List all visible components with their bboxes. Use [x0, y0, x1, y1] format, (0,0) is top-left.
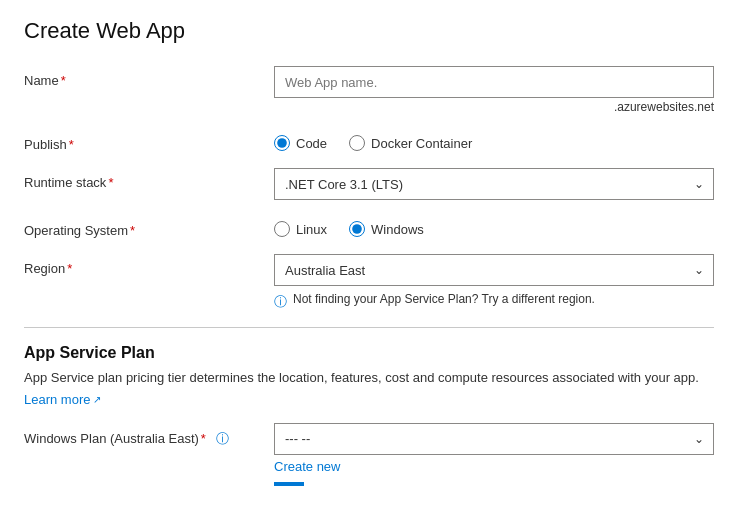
os-radio-group: Linux Windows [274, 216, 714, 237]
page-title: Create Web App [24, 18, 714, 44]
external-link-icon: ↗ [93, 394, 101, 405]
os-windows-label: Windows [371, 222, 424, 237]
os-linux-label: Linux [296, 222, 327, 237]
region-row: Region* Australia East ⌄ ⓘ Not finding y… [24, 254, 714, 311]
domain-hint: .azurewebsites.net [274, 100, 714, 114]
os-linux-option[interactable]: Linux [274, 221, 327, 237]
region-select[interactable]: Australia East [274, 254, 714, 286]
runtime-label: Runtime stack* [24, 168, 274, 190]
main-content: Create Web App Name* .azurewebsites.net … [0, 0, 738, 509]
progress-bar [274, 482, 304, 486]
region-info-text: Not finding your App Service Plan? Try a… [293, 292, 595, 306]
runtime-select[interactable]: .NET Core 3.1 (LTS) [274, 168, 714, 200]
os-windows-radio[interactable] [349, 221, 365, 237]
info-icon: ⓘ [274, 293, 287, 311]
publish-radio-group: Code Docker Container [274, 130, 714, 151]
create-new-link[interactable]: Create new [274, 459, 340, 474]
app-service-description: App Service plan pricing tier determines… [24, 368, 714, 388]
publish-label: Publish* [24, 130, 274, 152]
create-web-app-page: Create Web App Name* .azurewebsites.net … [0, 0, 738, 509]
publish-control-area: Code Docker Container [274, 130, 714, 151]
app-service-section: App Service Plan App Service plan pricin… [24, 344, 714, 407]
windows-plan-info-icon[interactable]: ⓘ [216, 431, 229, 446]
name-input[interactable] [274, 66, 714, 98]
publish-docker-option[interactable]: Docker Container [349, 135, 472, 151]
region-control-area: Australia East ⌄ ⓘ Not finding your App … [274, 254, 714, 311]
section-divider [24, 327, 714, 328]
region-info-message: ⓘ Not finding your App Service Plan? Try… [274, 292, 714, 311]
os-row: Operating System* Linux Windows [24, 216, 714, 238]
name-label: Name* [24, 66, 274, 88]
publish-docker-label: Docker Container [371, 136, 472, 151]
windows-plan-select-wrapper: --- -- ⌄ [274, 423, 714, 455]
windows-plan-control-area: --- -- ⌄ Create new [274, 423, 714, 486]
region-label: Region* [24, 254, 274, 276]
windows-plan-row: Windows Plan (Australia East)* ⓘ --- -- … [24, 423, 714, 486]
name-control-area: .azurewebsites.net [274, 66, 714, 114]
runtime-row: Runtime stack* .NET Core 3.1 (LTS) ⌄ [24, 168, 714, 200]
os-control-area: Linux Windows [274, 216, 714, 237]
windows-plan-label: Windows Plan (Australia East)* ⓘ [24, 423, 274, 448]
app-service-heading: App Service Plan [24, 344, 714, 362]
os-windows-option[interactable]: Windows [349, 221, 424, 237]
publish-code-radio[interactable] [274, 135, 290, 151]
region-select-wrapper: Australia East ⌄ [274, 254, 714, 286]
windows-plan-select[interactable]: --- -- [274, 423, 714, 455]
os-linux-radio[interactable] [274, 221, 290, 237]
publish-docker-radio[interactable] [349, 135, 365, 151]
publish-code-option[interactable]: Code [274, 135, 327, 151]
publish-code-label: Code [296, 136, 327, 151]
os-label: Operating System* [24, 216, 274, 238]
runtime-control-area: .NET Core 3.1 (LTS) ⌄ [274, 168, 714, 200]
publish-row: Publish* Code Docker Container [24, 130, 714, 152]
learn-more-link[interactable]: Learn more ↗ [24, 392, 101, 407]
name-row: Name* .azurewebsites.net [24, 66, 714, 114]
runtime-select-wrapper: .NET Core 3.1 (LTS) ⌄ [274, 168, 714, 200]
